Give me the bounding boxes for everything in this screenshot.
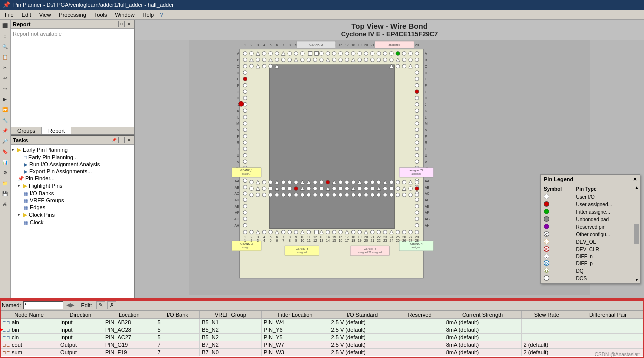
legend-type-dev-clr: DEV_CLR xyxy=(574,246,633,253)
tree-item-early-planning[interactable]: ▾▶ Early Pin Planning xyxy=(12,146,133,154)
toolbar-btn-11[interactable]: 📌 xyxy=(0,126,10,136)
toolbar-btn-7[interactable]: ↪ xyxy=(0,84,10,94)
legend-row-fitter: Fitter assigne... xyxy=(542,208,633,216)
toolbar-btn-2[interactable]: ↕ xyxy=(0,31,10,41)
svg-text:GBANK_4: GBANK_4 xyxy=(364,247,376,250)
toolbar-btn-16[interactable]: 📁 xyxy=(0,178,10,188)
menu-item-help[interactable]: Help xyxy=(139,11,158,19)
tree-item-early-planning-file[interactable]: □ Early Pin Planning... xyxy=(12,154,133,161)
svg-point-214 xyxy=(415,90,419,94)
scroll-down-btn[interactable]: ▼ xyxy=(634,278,640,282)
edit-toolbar-btn1[interactable]: ✎ xyxy=(96,301,105,309)
help-icon: ? xyxy=(160,12,163,18)
svg-rect-129 xyxy=(308,52,312,56)
named-input-arrows[interactable]: ◀▶ xyxy=(66,302,74,308)
toolbar-btn-8[interactable]: ▶ xyxy=(0,94,10,104)
svg-text:3: 3 xyxy=(257,239,259,242)
named-input[interactable] xyxy=(23,301,63,309)
legend-close-btn[interactable]: × xyxy=(633,176,637,183)
edit-label: Edit: xyxy=(81,302,92,308)
tasks-title: Tasks xyxy=(13,137,28,143)
svg-point-339 xyxy=(383,230,387,234)
col-diff-pair: Differential Pair xyxy=(572,311,644,319)
new-node-label[interactable]: <<new node>> xyxy=(0,356,644,358)
menu-item-window[interactable]: Window xyxy=(111,11,138,19)
svg-point-149 xyxy=(256,58,260,62)
symbol-fitter xyxy=(544,209,549,214)
toolbar-btn-18[interactable]: 🖨 xyxy=(0,199,10,209)
tasks-close-btn[interactable]: × xyxy=(126,137,132,143)
svg-text:18: 18 xyxy=(351,43,355,47)
tree-item-clock[interactable]: ▦ Clock xyxy=(12,219,133,226)
tree-item-highlight[interactable]: ▾▶ Highlight Pins xyxy=(12,182,133,190)
tab-groups[interactable]: Groups xyxy=(11,127,42,134)
cell-cin-location[interactable]: PIN_AC27 xyxy=(103,334,155,341)
symbol-dev-oe xyxy=(544,239,549,244)
cell-cout-location[interactable]: PIN_G19 xyxy=(103,341,155,349)
menu-item-edit[interactable]: Edit xyxy=(18,11,35,19)
svg-text:assigned: assigned xyxy=(389,43,400,46)
tasks-minimize-btn[interactable]: _ xyxy=(118,137,125,143)
svg-text:AG: AG xyxy=(234,217,239,221)
report-close-btn[interactable]: × xyxy=(126,21,132,27)
tab-report[interactable]: Report xyxy=(42,127,71,134)
svg-point-290 xyxy=(250,193,254,197)
svg-point-143 xyxy=(396,52,400,56)
tree-item-edges[interactable]: ▦ Edges xyxy=(12,204,133,211)
tree-item-run-io[interactable]: ▶ Run I/O Assignment Analysis xyxy=(12,161,133,168)
cell-ain-name[interactable]: ⊏⊐ ain xyxy=(0,319,58,326)
cell-bin-name[interactable]: ⊏⊐ bin xyxy=(0,326,58,334)
cell-sum-location[interactable]: PIN_F19 xyxy=(103,349,155,356)
toolbar-btn-12[interactable]: 🔎 xyxy=(0,136,10,146)
edit-toolbar-btn2[interactable]: ✗ xyxy=(107,301,116,309)
svg-text:G: G xyxy=(237,90,239,94)
tree-item-export[interactable]: ▶ Export Pin Assignments... xyxy=(12,168,133,175)
svg-point-204 xyxy=(243,185,247,189)
scroll-thumb[interactable] xyxy=(634,224,639,244)
tree-item-clock-pins[interactable]: ▾▶ Clock Pins xyxy=(12,211,133,219)
cell-ain-location[interactable]: PIN_AB28 xyxy=(103,319,155,326)
report-maximize-btn[interactable]: □ xyxy=(118,21,125,27)
tasks-pin-btn[interactable]: 📌 xyxy=(111,137,117,143)
menu-item-file[interactable]: File xyxy=(1,11,18,19)
menu-item-view[interactable]: View xyxy=(35,11,55,19)
toolbar-btn-5[interactable]: ✂ xyxy=(0,63,10,73)
toolbar-btn-10[interactable]: 🔧 xyxy=(0,115,10,125)
toolbar-btn-9[interactable]: ⏩ xyxy=(0,105,10,115)
svg-point-299 xyxy=(307,193,311,197)
menu-item-processing[interactable]: Processing xyxy=(55,11,90,19)
toolbar-btn-4[interactable]: 📋 xyxy=(0,52,10,62)
cell-cout-name[interactable]: ⊐⊏ cout xyxy=(0,341,58,349)
svg-point-206 xyxy=(243,198,247,202)
cell-ain-diff xyxy=(572,319,644,326)
report-body: Report not available xyxy=(11,29,134,127)
svg-point-242 xyxy=(288,180,292,184)
svg-point-156 xyxy=(300,58,304,62)
svg-text:17: 17 xyxy=(345,43,349,47)
toolbar-btn-1[interactable]: ⬛ xyxy=(0,21,10,31)
cell-sum-name[interactable]: ⊐⊏ sum xyxy=(0,349,58,356)
toolbar-btn-15[interactable]: ⚙ xyxy=(0,168,10,178)
menu-item-tools[interactable]: Tools xyxy=(90,11,111,19)
toolbar-btn-14[interactable]: 📊 xyxy=(0,157,10,167)
tasks-controls: 📌 _ × xyxy=(111,137,132,143)
menu-bar: File Edit View Processing Tools Window H… xyxy=(0,10,644,20)
cell-cin-name[interactable]: ⊏⊐ cin xyxy=(0,334,58,341)
toolbar-btn-6[interactable]: ↩ xyxy=(0,73,10,83)
cin-name-text: cin xyxy=(12,334,19,340)
report-minimize-btn[interactable]: _ xyxy=(111,21,117,27)
svg-point-277 xyxy=(339,187,343,191)
tree-item-vref[interactable]: ▦ VREF Groups xyxy=(12,197,133,204)
svg-text:16: 16 xyxy=(339,239,343,242)
tree-item-io-banks[interactable]: ▦ I/O Banks xyxy=(12,190,133,197)
svg-point-224 xyxy=(415,153,419,157)
ain-name-text: ain xyxy=(12,319,19,325)
toolbar-btn-17[interactable]: 💾 xyxy=(0,189,10,199)
tree-item-pin-finder[interactable]: 📌 Pin Finder... xyxy=(12,175,133,182)
svg-point-294 xyxy=(275,193,279,197)
toolbar-btn-13[interactable]: 🔖 xyxy=(0,147,10,157)
scroll-up-btn[interactable]: ▲ xyxy=(634,185,640,190)
svg-point-266 xyxy=(269,187,273,191)
toolbar-btn-3[interactable]: 🔍 xyxy=(0,42,10,52)
cell-bin-location[interactable]: PIN_AC28 xyxy=(103,326,155,334)
